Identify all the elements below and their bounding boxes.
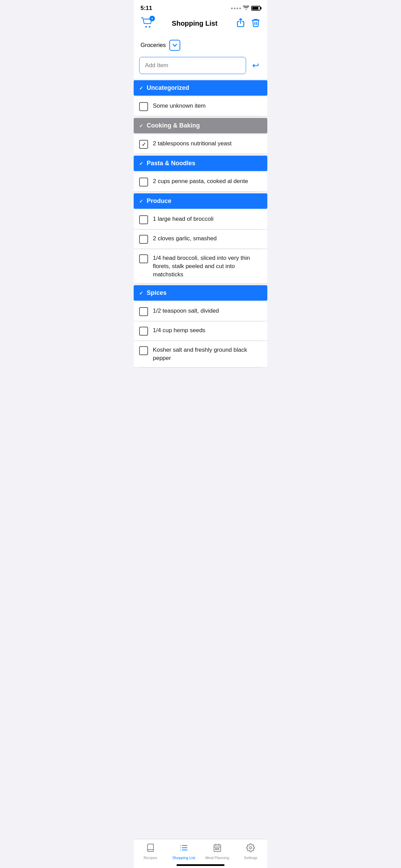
item-text-item1: Some unknown item <box>153 102 206 110</box>
category-label-cooking: Cooking & Baking <box>147 122 200 129</box>
signal-icon <box>231 8 241 9</box>
category-spices[interactable]: ✓ Spices <box>134 285 267 301</box>
category-label-produce: Produce <box>147 197 171 205</box>
checkbox-item9[interactable] <box>139 346 148 355</box>
item-text-item2: 2 tablespoons nutritional yeast <box>153 140 232 148</box>
return-button[interactable]: ↩ <box>250 59 262 72</box>
wifi-icon <box>243 5 249 11</box>
list-item: 1/4 cup hemp seeds <box>134 322 267 341</box>
page-title: Shopping List <box>154 20 236 27</box>
divider <box>139 116 262 117</box>
list-item: Some unknown item <box>134 97 267 116</box>
list-item: 2 cups penne pasta, cooked al dente <box>134 172 267 192</box>
cart-button[interactable]: + <box>141 17 154 29</box>
item-text-item5: 2 cloves garlic, smashed <box>153 234 217 243</box>
chevron-spices: ✓ <box>139 290 143 296</box>
item-text-item8: 1/4 cup hemp seeds <box>153 326 205 335</box>
category-label-spices: Spices <box>147 289 167 297</box>
list-item: 2 tablespoons nutritional yeast <box>134 135 267 154</box>
grocery-selector: Groceries <box>134 35 267 54</box>
status-bar: 5:11 <box>134 0 267 14</box>
divider <box>139 192 262 192</box>
svg-point-0 <box>145 26 147 28</box>
battery-icon <box>251 6 260 11</box>
category-pasta-noodles[interactable]: ✓ Pasta & Noodles <box>134 156 267 171</box>
nav-actions <box>236 18 260 29</box>
list-item: 1/4 head broccoli, sliced into very thin… <box>134 249 267 284</box>
list-item: Kosher salt and freshly ground black pep… <box>134 341 267 367</box>
list-item: 1 large head of broccoli <box>134 210 267 229</box>
grocery-label: Groceries <box>141 42 166 49</box>
category-uncategorized[interactable]: ✓ Uncategorized <box>134 80 267 96</box>
status-icons <box>231 5 260 11</box>
item-text-item7: 1/2 teaspoon salt, divided <box>153 307 219 315</box>
svg-point-1 <box>149 26 150 28</box>
category-label-pasta: Pasta & Noodles <box>147 160 195 167</box>
chevron-cooking: ✓ <box>139 123 143 129</box>
add-item-row: ↩ <box>134 54 267 79</box>
checkbox-item4[interactable] <box>139 215 148 224</box>
checkbox-item8[interactable] <box>139 327 148 336</box>
checkbox-item5[interactable] <box>139 235 148 244</box>
share-button[interactable] <box>236 18 245 29</box>
checkbox-item6[interactable] <box>139 254 148 263</box>
add-item-input[interactable] <box>139 57 246 74</box>
checkbox-item2[interactable] <box>139 140 148 149</box>
status-time: 5:11 <box>141 5 152 12</box>
list-item: 1/2 teaspoon salt, divided <box>134 302 267 321</box>
delete-button[interactable] <box>251 18 260 29</box>
category-label-uncategorized: Uncategorized <box>147 84 189 92</box>
item-text-item4: 1 large head of broccoli <box>153 215 214 223</box>
shopping-list: ✓ Uncategorized Some unknown item ✓ Cook… <box>134 80 267 399</box>
category-cooking-baking[interactable]: ✓ Cooking & Baking <box>134 118 267 133</box>
item-text-item9: Kosher salt and freshly ground black pep… <box>153 346 262 362</box>
cart-badge: + <box>149 16 155 21</box>
divider <box>139 367 262 368</box>
category-produce[interactable]: ✓ Produce <box>134 193 267 209</box>
chevron-produce: ✓ <box>139 198 143 204</box>
chevron-pasta: ✓ <box>139 161 143 166</box>
grocery-dropdown[interactable] <box>169 40 180 51</box>
checkbox-item7[interactable] <box>139 307 148 316</box>
item-text-item3: 2 cups penne pasta, cooked al dente <box>153 177 248 185</box>
list-item: 2 cloves garlic, smashed <box>134 230 267 249</box>
divider <box>139 154 262 154</box>
checkbox-item3[interactable] <box>139 178 148 186</box>
nav-header: + Shopping List <box>134 14 267 35</box>
item-text-item6: 1/4 head broccoli, sliced into very thin… <box>153 254 262 278</box>
chevron-uncategorized: ✓ <box>139 85 143 91</box>
checkbox-item1[interactable] <box>139 102 148 111</box>
divider <box>139 284 262 284</box>
nav-left: + <box>141 17 154 29</box>
